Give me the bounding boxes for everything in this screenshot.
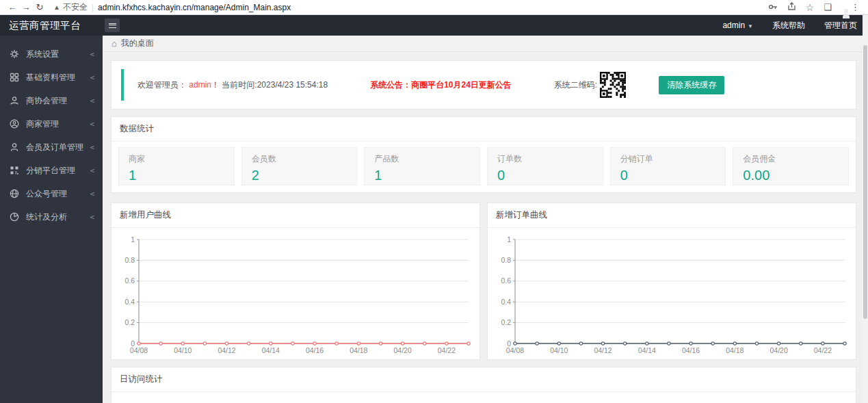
stat-value: 1 xyxy=(129,168,224,183)
stat-card-2: 产品数1 xyxy=(364,147,480,185)
stat-label: 产品数 xyxy=(374,153,470,165)
new-users-line-chart[interactable]: 00.20.40.60.8104/0804/1004/1204/1404/160… xyxy=(111,231,479,361)
sidebar-item-label: 商协会管理 xyxy=(26,95,90,107)
svg-text:0.4: 0.4 xyxy=(501,298,511,306)
svg-text:04/22: 04/22 xyxy=(814,346,832,354)
chevron-collapse-icon: < xyxy=(90,50,94,59)
scrollbar-thumb[interactable] xyxy=(863,45,867,319)
username-text: admin xyxy=(189,80,211,90)
svg-text:04/10: 04/10 xyxy=(550,346,568,354)
svg-text:0.8: 0.8 xyxy=(501,256,511,264)
qrcode-label: 系统二维码: xyxy=(554,79,597,91)
sidebar-item-4[interactable]: 会员及订单管理< xyxy=(0,135,103,159)
main-content: ⌂ 我的桌面 欢迎管理员： admin！ 当前时间:2023/4/23 15:5… xyxy=(103,36,868,403)
new-users-chart-panel: 新增用户曲线 00.20.40.60.8104/0804/1004/1204/1… xyxy=(111,203,480,360)
chevron-collapse-icon: < xyxy=(90,73,94,82)
stat-label: 会员数 xyxy=(252,153,347,165)
svg-text:04/14: 04/14 xyxy=(262,346,280,354)
svg-text:04/20: 04/20 xyxy=(393,346,411,354)
browser-reload-icon[interactable]: ↻ xyxy=(33,2,47,12)
chart-title: 日访问统计 xyxy=(111,367,856,392)
stat-value: 1 xyxy=(374,168,470,183)
svg-text:04/16: 04/16 xyxy=(306,346,324,354)
svg-text:0.2: 0.2 xyxy=(124,318,135,326)
qrcode-icon xyxy=(10,166,19,175)
chevron-collapse-icon: < xyxy=(90,120,94,129)
stat-card-3: 订单数0 xyxy=(487,147,603,185)
member-icon xyxy=(10,142,19,152)
svg-text:04/10: 04/10 xyxy=(174,346,192,354)
tab-group-icon[interactable]: ❏ xyxy=(824,3,832,12)
sidebar-item-3[interactable]: 商家管理< xyxy=(0,112,103,135)
sidebar-item-2[interactable]: 商协会管理< xyxy=(0,89,103,112)
sidebar-toggle-button[interactable] xyxy=(105,18,120,32)
new-orders-line-chart[interactable]: 00.20.40.60.8104/0804/1004/1204/1404/160… xyxy=(488,231,856,361)
share-icon[interactable] xyxy=(787,2,796,12)
sidebar-nav: 系统设置<基础资料管理<商协会管理<商家管理<会员及订单管理<分销平台管理<公众… xyxy=(0,36,103,403)
welcome-panel: 欢迎管理员： admin！ 当前时间:2023/4/23 15:54:18 系统… xyxy=(111,60,856,109)
svg-text:04/22: 04/22 xyxy=(438,346,456,354)
new-orders-chart-panel: 新增订单曲线 00.20.40.60.8104/0804/1004/1204/1… xyxy=(487,203,856,360)
breadcrumb-current[interactable]: 我的桌面 xyxy=(121,38,154,49)
clear-cache-button[interactable]: 清除系统缓存 xyxy=(659,76,724,94)
chevron-collapse-icon: < xyxy=(90,96,94,105)
daily-visits-chart-panel: 日访问统计 010203040506004/0804/1004/1204/140… xyxy=(111,367,856,403)
sidebar-item-0[interactable]: 系统设置< xyxy=(0,42,103,66)
daily-visits-line-chart[interactable]: 010203040506004/0804/1004/1204/1404/1604… xyxy=(111,395,856,403)
sidebar-item-5[interactable]: 分销平台管理< xyxy=(0,159,103,182)
insecure-warning-icon[interactable]: ▲ xyxy=(53,3,60,11)
sidebar-item-6[interactable]: 公众号管理< xyxy=(0,182,103,205)
svg-text:04/20: 04/20 xyxy=(770,346,787,354)
welcome-greeting: 欢迎管理员： admin！ 当前时间:2023/4/23 15:54:18 xyxy=(137,79,328,91)
browser-back-icon[interactable]: ← xyxy=(5,2,19,12)
stat-label: 分销订单 xyxy=(620,153,716,165)
help-link[interactable]: 系统帮助 xyxy=(772,20,805,31)
browser-forward-icon[interactable]: → xyxy=(19,2,33,12)
chevron-collapse-icon: < xyxy=(90,143,94,152)
globe-icon xyxy=(10,189,19,198)
sidebar-item-label: 基础资料管理 xyxy=(26,72,90,83)
svg-text:04/16: 04/16 xyxy=(682,346,700,354)
svg-text:0.6: 0.6 xyxy=(501,276,511,285)
sidebar-item-1[interactable]: 基础资料管理< xyxy=(0,66,103,89)
system-qrcode-image xyxy=(600,72,626,98)
address-bar[interactable]: ▲ 不安全 | admin.kfxhcs.kachayin.cn/manage/… xyxy=(53,1,768,13)
stat-value: 0 xyxy=(620,168,716,183)
svg-text:04/18: 04/18 xyxy=(726,346,744,354)
browser-chrome: ← → ↻ ▲ 不安全 | admin.kfxhcs.kachayin.cn/m… xyxy=(0,0,868,15)
chevron-collapse-icon: < xyxy=(90,190,94,198)
system-notice[interactable]: 系统公告：商圈平台10月24日更新公告 xyxy=(370,79,512,91)
svg-text:0.6: 0.6 xyxy=(124,276,135,285)
sidebar-item-label: 分销平台管理 xyxy=(26,165,90,177)
svg-text:0.2: 0.2 xyxy=(501,318,511,326)
password-key-icon[interactable] xyxy=(768,3,778,12)
svg-text:04/12: 04/12 xyxy=(218,346,235,354)
stat-label: 会员佣金 xyxy=(743,153,839,165)
chevron-collapse-icon: < xyxy=(90,213,94,222)
sidebar-item-label: 商家管理 xyxy=(26,118,90,130)
sidebar-item-label: 统计及分析 xyxy=(26,211,90,223)
sidebar-item-label: 公众号管理 xyxy=(26,188,90,200)
stat-label: 商家 xyxy=(129,153,224,165)
url-text[interactable]: admin.kfxhcs.kachayin.cn/manage/Admin_Ma… xyxy=(98,3,291,12)
chevron-down-icon: ▼ xyxy=(748,23,753,29)
brand-title: 运营商管理平台 xyxy=(0,19,103,32)
accent-bar xyxy=(121,69,124,101)
admin-home-link[interactable]: 管理首页 xyxy=(824,20,857,31)
svg-text:04/08: 04/08 xyxy=(130,346,148,354)
stat-label: 订单数 xyxy=(497,153,593,165)
bookmark-star-icon[interactable]: ☆ xyxy=(806,3,815,12)
pie-icon xyxy=(10,212,19,222)
security-label[interactable]: 不安全 xyxy=(63,1,88,13)
sidebar-item-label: 会员及订单管理 xyxy=(26,142,90,153)
sidebar-item-label: 系统设置 xyxy=(26,49,90,60)
svg-text:1: 1 xyxy=(507,235,511,244)
page-scrollbar[interactable] xyxy=(863,15,868,403)
address-separator: | xyxy=(92,3,94,12)
sidebar-item-7[interactable]: 统计及分析< xyxy=(0,205,103,229)
stats-title: 数据统计 xyxy=(111,117,856,142)
user-dropdown[interactable]: admin▼ xyxy=(722,21,753,30)
browser-menu-icon[interactable]: ⋮ xyxy=(851,3,860,12)
stat-card-0: 商家1 xyxy=(118,147,235,185)
svg-text:04/12: 04/12 xyxy=(594,346,611,354)
